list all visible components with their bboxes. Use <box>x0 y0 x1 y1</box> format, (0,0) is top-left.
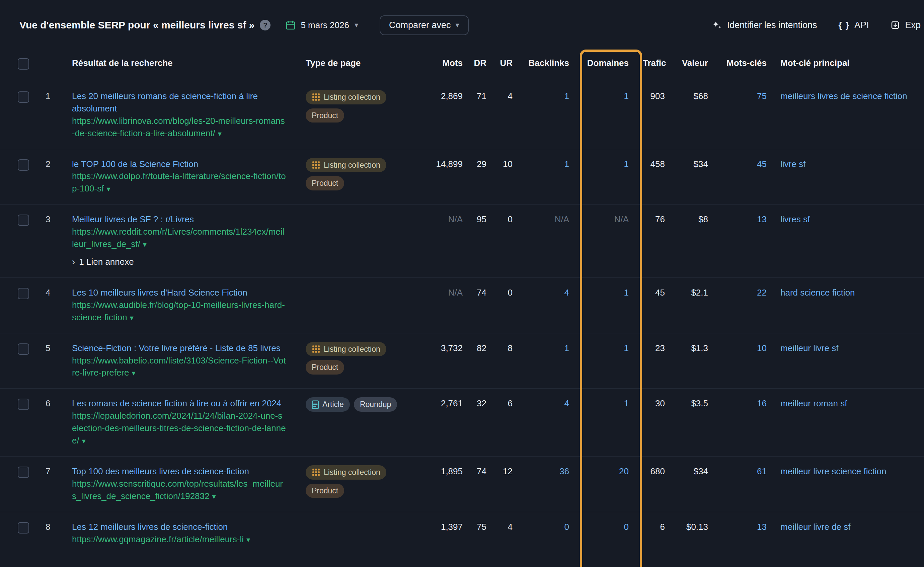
url-dropdown-icon[interactable]: ▾ <box>212 492 216 501</box>
page-type-badge: Roundup <box>354 397 397 412</box>
url-dropdown-icon[interactable]: ▾ <box>246 536 250 544</box>
domains-value[interactable]: 0 <box>624 522 629 532</box>
compare-with-label: Comparer avec <box>389 20 451 30</box>
row-checkbox[interactable] <box>18 466 29 478</box>
result-url-link[interactable]: https://lepauledorion.com/2024/11/24/bil… <box>72 411 286 446</box>
page-type-badge-label: Product <box>312 178 338 189</box>
col-header-main-keyword[interactable]: Mot-clé principal <box>780 58 850 68</box>
row-checkbox[interactable] <box>18 288 29 299</box>
col-header-words[interactable]: Mots <box>442 58 463 68</box>
dr-value: 32 <box>477 398 486 408</box>
page-type-badge: Product <box>306 360 344 375</box>
annex-label: 1 Lien annexe <box>79 256 134 268</box>
help-icon[interactable]: ? <box>260 20 270 30</box>
result-title-link[interactable]: le TOP 100 de la Science Fiction <box>72 159 198 169</box>
domains-value[interactable]: 1 <box>624 288 629 297</box>
export-button[interactable]: Exp <box>890 19 921 32</box>
backlinks-value: N/A <box>555 214 569 224</box>
braces-icon: { } <box>838 19 849 32</box>
backlinks-value[interactable]: 4 <box>564 398 569 408</box>
page-type-badge: Product <box>306 176 344 190</box>
keywords-value[interactable]: 13 <box>757 214 766 224</box>
row-checkbox[interactable] <box>18 344 29 355</box>
page-type-badge-label: Product <box>312 485 338 496</box>
result-url-link[interactable]: https://www.gqmagazine.fr/article/meille… <box>72 534 244 544</box>
result-title-link[interactable]: Les 10 meilleurs livres d'Hard Science F… <box>72 288 248 297</box>
date-picker[interactable]: 5 mars 2026 ▾ <box>285 19 358 32</box>
annex-links-toggle[interactable]: › 1 Lien annexe <box>72 256 286 268</box>
main-keyword-link[interactable]: meilleurs livres de science fiction <box>780 91 907 101</box>
caret-down-icon: ▾ <box>354 20 358 30</box>
col-header-backlinks[interactable]: Backlinks <box>529 58 569 68</box>
traffic-value: 6 <box>660 522 665 532</box>
domains-value[interactable]: 1 <box>624 398 629 408</box>
backlinks-value[interactable]: 0 <box>564 522 569 532</box>
url-dropdown-icon[interactable]: ▾ <box>218 129 222 138</box>
domains-value[interactable]: 20 <box>619 466 629 476</box>
value-amount: $3.5 <box>691 398 708 408</box>
col-header-keywords[interactable]: Mots-clés <box>726 58 766 68</box>
result-url-link[interactable]: https://www.librinova.com/blog/les-20-me… <box>72 116 285 138</box>
keywords-value[interactable]: 16 <box>757 398 766 408</box>
row-checkbox[interactable] <box>18 92 29 103</box>
page-type-badge-label: Listing collection <box>324 92 380 103</box>
keywords-value[interactable]: 75 <box>757 91 766 101</box>
main-keyword-link[interactable]: meilleur livre de sf <box>780 522 850 532</box>
identify-intents-button[interactable]: Identifier les intentions <box>711 19 817 32</box>
result-title-link[interactable]: Les romans de science-fiction à lire ou … <box>72 398 281 408</box>
backlinks-value[interactable]: 1 <box>564 91 569 101</box>
main-keyword-link[interactable]: hard science fiction <box>780 288 855 297</box>
col-header-page-type[interactable]: Type de page <box>306 58 360 68</box>
keywords-value[interactable]: 10 <box>757 343 766 353</box>
result-title-link[interactable]: Top 100 des meilleurs livres de science-… <box>72 466 249 476</box>
result-url-link[interactable]: https://www.dolpo.fr/toute-la-litteratur… <box>72 171 286 194</box>
col-header-traffic[interactable]: Trafic <box>643 58 666 68</box>
row-checkbox[interactable] <box>18 214 29 226</box>
row-checkbox[interactable] <box>18 399 29 410</box>
url-dropdown-icon[interactable]: ▾ <box>106 185 110 193</box>
main-keyword-link[interactable]: meilleur livre sf <box>780 343 838 353</box>
url-dropdown-icon[interactable]: ▾ <box>130 314 134 322</box>
select-all-checkbox[interactable] <box>18 58 29 70</box>
compare-with-button[interactable]: Comparer avec ▾ <box>380 15 469 35</box>
main-keyword-link[interactable]: livres sf <box>780 214 810 224</box>
col-header-ur[interactable]: UR <box>500 58 513 68</box>
backlinks-value[interactable]: 36 <box>560 466 569 476</box>
url-dropdown-icon[interactable]: ▾ <box>132 369 136 377</box>
url-dropdown-icon[interactable]: ▾ <box>82 437 86 445</box>
result-title-link[interactable]: Les 12 meilleurs livres de science-ficti… <box>72 522 228 532</box>
col-header-result[interactable]: Résultat de la recherche <box>72 58 173 68</box>
traffic-value: 30 <box>655 398 665 408</box>
result-title-link[interactable]: Les 20 meilleurs romans de science-ficti… <box>72 91 258 114</box>
row-checkbox[interactable] <box>18 522 29 534</box>
col-header-dr[interactable]: DR <box>474 58 486 68</box>
col-header-domains[interactable]: Domaines <box>587 58 629 68</box>
result-url-link[interactable]: https://www.babelio.com/liste/3103/Scien… <box>72 356 286 378</box>
keywords-value[interactable]: 22 <box>757 288 766 297</box>
result-title-link[interactable]: Science-Fiction : Votre livre préféré - … <box>72 343 280 353</box>
col-header-value[interactable]: Valeur <box>682 58 708 68</box>
result-url-link[interactable]: https://www.senscritique.com/top/resulta… <box>72 478 283 501</box>
value-amount: $68 <box>694 91 708 101</box>
main-keyword-link[interactable]: livre sf <box>780 159 806 169</box>
row-checkbox[interactable] <box>18 159 29 171</box>
url-dropdown-icon[interactable]: ▾ <box>143 240 147 249</box>
words-value: 1,895 <box>441 466 463 476</box>
domains-value[interactable]: 1 <box>624 91 629 101</box>
result-url-link[interactable]: https://www.audible.fr/blog/top-10-meill… <box>72 300 285 322</box>
backlinks-value[interactable]: 1 <box>564 159 569 169</box>
page-type-badge: Listing collection <box>306 158 386 172</box>
main-keyword-link[interactable]: meilleur livre science fiction <box>780 466 886 476</box>
keywords-value[interactable]: 13 <box>757 522 766 532</box>
dr-value: 74 <box>477 288 486 297</box>
result-title-link[interactable]: Meilleur livres de SF ? : r/Livres <box>72 214 194 224</box>
main-keyword-link[interactable]: meilleur roman sf <box>780 398 847 408</box>
domains-value[interactable]: 1 <box>624 343 629 353</box>
keywords-value[interactable]: 45 <box>757 159 766 169</box>
result-url-link[interactable]: https://www.reddit.com/r/Livres/comments… <box>72 226 284 249</box>
domains-value[interactable]: 1 <box>624 159 629 169</box>
keywords-value[interactable]: 61 <box>757 466 766 476</box>
backlinks-value[interactable]: 1 <box>564 343 569 353</box>
backlinks-value[interactable]: 4 <box>564 288 569 297</box>
api-button[interactable]: { } API <box>838 19 869 32</box>
